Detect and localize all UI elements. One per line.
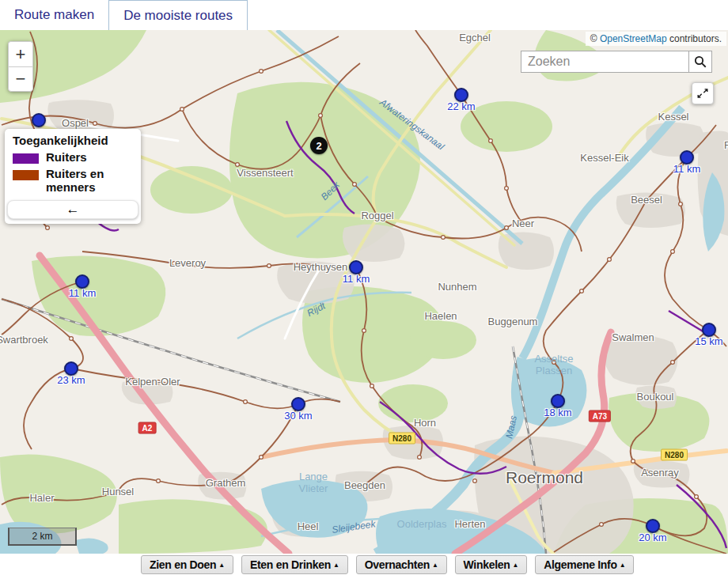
search-input[interactable]: [521, 51, 688, 73]
route-marker-icon[interactable]: [32, 113, 46, 127]
attribution-suffix: contributors.: [667, 33, 722, 44]
caret-up-icon: ▲: [513, 562, 519, 569]
attribution: © OpenStreetMap contributors.: [586, 32, 726, 46]
scale-bar: 2 km: [8, 528, 77, 546]
zoom-out-button[interactable]: −: [8, 66, 33, 92]
search-icon: [693, 55, 707, 69]
legend-items: RuitersRuiters en menners: [5, 149, 141, 195]
bottom-bar: Zien en Doen▲Eten en Drinken▲Overnachten…: [0, 554, 728, 575]
marker-distance-label: 18 km: [544, 407, 571, 418]
marker-23km[interactable]: 23 km: [64, 361, 78, 376]
marker-distance-label: 11 km: [69, 287, 96, 299]
fullscreen-button[interactable]: [692, 82, 714, 104]
cluster-2[interactable]: 2: [310, 137, 328, 154]
caret-up-icon: ▲: [333, 562, 339, 569]
menu-algemene-info[interactable]: Algemene Info▲: [535, 555, 634, 574]
search-button[interactable]: [688, 51, 712, 73]
marker-15km[interactable]: 15 km: [702, 323, 716, 337]
legend-item-label: Ruiters: [46, 150, 87, 164]
map-base[interactable]: [0, 30, 728, 554]
menu-button-label: Eten en Drinken: [250, 558, 331, 571]
legend-color-swatch: [13, 170, 39, 180]
scale-label: 2 km: [32, 531, 52, 542]
marker-distance-label: 15 km: [695, 335, 722, 347]
zoom-control: + −: [8, 41, 33, 92]
marker-distance-label: 30 km: [284, 410, 312, 422]
tab-bar: Route makenDe mooiste routes: [0, 0, 728, 30]
marker-11km-west[interactable]: 11 km: [75, 274, 89, 289]
marker-18km[interactable]: 18 km: [551, 394, 565, 408]
caret-up-icon: ▲: [432, 562, 438, 569]
menu-overnachten[interactable]: Overnachten▲: [356, 555, 447, 574]
openstreetmap-link[interactable]: OpenStreetMap: [600, 33, 667, 44]
menu-eten-en-drinken[interactable]: Eten en Drinken▲: [241, 555, 348, 574]
menu-zien-en-doen[interactable]: Zien en Doen▲: [141, 555, 233, 574]
route-planner-app: Route makenDe mooiste routes: [0, 0, 728, 575]
caret-up-icon: ▲: [620, 562, 626, 569]
marker-30km[interactable]: 30 km: [291, 397, 305, 411]
legend-item-label: Ruiters en menners: [46, 167, 133, 194]
marker-11km-kessel[interactable]: 11 km: [680, 150, 694, 165]
marker-distance-label: 23 km: [57, 374, 85, 386]
legend-color-swatch: [13, 153, 39, 164]
legend-item: Ruiters: [5, 149, 141, 165]
marker-20km[interactable]: 20 km: [646, 519, 660, 533]
bottom-menu: Zien en Doen▲Eten en Drinken▲Overnachten…: [141, 555, 634, 574]
marker-11km-heythuysen[interactable]: 11 km: [349, 260, 363, 274]
copyright-symbol: ©: [590, 33, 597, 44]
tab-route-maken[interactable]: Route maken: [0, 0, 108, 30]
menu-button-label: Overnachten: [365, 558, 430, 571]
tab-de-mooiste-routes[interactable]: De mooiste routes: [108, 0, 248, 30]
marker-distance-label: 20 km: [639, 531, 666, 543]
menu-winkelen[interactable]: Winkelen▲: [455, 555, 528, 574]
fullscreen-icon: [696, 86, 710, 100]
zoom-in-button[interactable]: +: [8, 41, 33, 66]
legend-collapse-button[interactable]: ←: [7, 200, 138, 219]
left-arrow-icon: ←: [66, 202, 80, 218]
menu-button-label: Algemene Info: [544, 558, 617, 571]
search-box: [521, 51, 712, 73]
marker-distance-label: 11 km: [343, 273, 370, 285]
marker-22km[interactable]: 22 km: [454, 88, 468, 102]
road-shield-a73: A73: [589, 410, 611, 422]
marker-distance-label: 22 km: [447, 100, 475, 112]
road-shield-n280: N280: [661, 449, 688, 461]
legend-title: Toegankelijkheid: [5, 134, 141, 149]
menu-button-label: Winkelen: [464, 558, 510, 571]
legend-item: Ruiters en menners: [5, 165, 141, 195]
caret-up-icon: ▲: [218, 562, 225, 569]
road-shield-a2: A2: [138, 422, 157, 434]
marker-distance-label: 11 km: [673, 163, 700, 175]
menu-button-label: Zien en Doen: [150, 558, 216, 571]
map[interactable]: OspelEgchelVissensteertRoggelNeerKesselK…: [0, 30, 728, 554]
marker-ospel[interactable]: [32, 113, 46, 127]
legend-panel: Toegankelijkheid RuitersRuiters en menne…: [5, 129, 141, 224]
road-shield-n280: N280: [389, 433, 415, 444]
